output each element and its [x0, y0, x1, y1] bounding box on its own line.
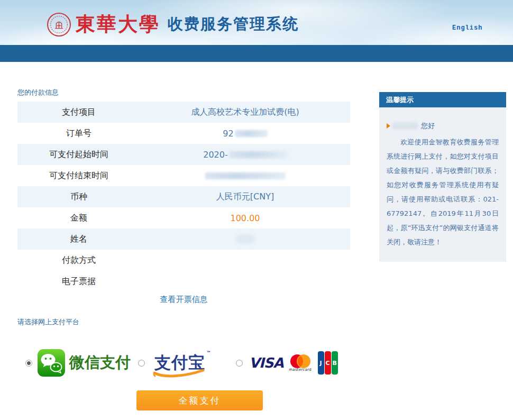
- alipay-swoosh-icon: [152, 368, 207, 378]
- row-label: 订单号: [17, 128, 140, 139]
- page: 東華大學 收费服务管理系统 English 您的付款信息 支付项目 成人高校艺术…: [0, 0, 513, 420]
- payment-info-table: 支付项目 成人高校艺术专业加试费(电) 订单号 92 可支付起始时间 2020-…: [17, 102, 350, 292]
- pay-item-value: 成人高校艺术专业加试费(电): [191, 107, 299, 118]
- mastercard-circles-icon: [289, 354, 312, 369]
- row-value: 人民币元[CNY]: [140, 191, 350, 203]
- system-title: 收费服务管理系统: [168, 14, 299, 35]
- redacted-value: [236, 235, 254, 243]
- view-invoice-link[interactable]: 查看开票信息: [160, 295, 208, 304]
- table-row-currency: 币种 人民币元[CNY]: [17, 186, 350, 207]
- platform-option-wechat[interactable]: 微信支付: [25, 349, 131, 377]
- table-row-name: 姓名: [17, 229, 350, 250]
- table-row-pay-item: 支付项目 成人高校艺术专业加试费(电): [17, 102, 350, 123]
- greeting-arrow-icon: [387, 123, 390, 129]
- language-toggle-english[interactable]: English: [452, 24, 482, 32]
- site-header: 東華大學 收费服务管理系统 English: [0, 0, 513, 45]
- logo-group: 東華大學 收费服务管理系统: [47, 11, 299, 38]
- tips-sidebar: 温馨提示 您好 欢迎使用金智教育收费服务管理系统进行网上支付，如您对支付项目或金…: [379, 92, 506, 262]
- row-label: 付款方式: [17, 255, 140, 266]
- payment-info-title: 您的付款信息: [17, 88, 59, 97]
- university-seal-icon: [47, 12, 71, 37]
- alipay-logo: 支付宝 ™: [154, 352, 205, 374]
- row-value: 100.00: [140, 213, 350, 223]
- tips-header: 温馨提示: [379, 92, 506, 107]
- greeting-line: 您好: [387, 121, 499, 131]
- card-pay-radio[interactable]: [236, 360, 243, 367]
- row-value: [140, 172, 350, 179]
- table-row-amount: 金额 100.00: [17, 207, 350, 229]
- currency-value: 人民币元[CNY]: [216, 191, 274, 203]
- visa-logo: VISA: [249, 355, 283, 371]
- table-row-end-time: 可支付结束时间: [17, 165, 350, 186]
- wechat-pay-label: 微信支付: [69, 352, 131, 373]
- platform-section-title: 请选择网上支付平台: [17, 317, 79, 327]
- table-row-order-number: 订单号 92: [17, 123, 350, 144]
- greeting-text: 您好: [421, 121, 435, 131]
- redacted-value: [205, 172, 286, 179]
- wechat-icon: [37, 349, 66, 377]
- table-row-start-time: 可支付起始时间 2020-: [17, 144, 350, 165]
- jcb-bar-green: B: [332, 351, 338, 375]
- platform-option-alipay[interactable]: 支付宝 ™: [138, 352, 205, 374]
- invoice-link-wrap: 查看开票信息: [17, 294, 350, 305]
- redacted-value: [235, 130, 268, 137]
- row-label: 电子票据: [17, 276, 140, 287]
- row-label: 姓名: [17, 234, 140, 245]
- row-value: 92: [140, 129, 350, 139]
- start-time-prefix: 2020-: [203, 150, 228, 160]
- row-label: 可支付起始时间: [17, 149, 140, 160]
- tips-paragraph: 欢迎使用金智教育收费服务管理系统进行网上支付，如您对支付项目或金额有疑问，请与收…: [387, 135, 499, 249]
- row-value: 成人高校艺术专业加试费(电): [140, 107, 350, 118]
- row-label: 金额: [17, 213, 140, 224]
- redacted-username: [392, 122, 418, 130]
- jcb-bar-blue: J: [318, 351, 324, 375]
- tips-body: 您好 欢迎使用金智教育收费服务管理系统进行网上支付，如您对支付项目或金额有疑问，…: [379, 107, 506, 262]
- platform-options: 微信支付 支付宝 ™ VISA master: [25, 346, 338, 380]
- amount-value: 100.00: [231, 213, 260, 223]
- full-payment-button[interactable]: 全额支付: [136, 390, 263, 410]
- main-navbar: [0, 45, 513, 62]
- table-row-pay-method: 付款方式: [17, 250, 350, 271]
- wechat-pay-radio[interactable]: [25, 360, 32, 367]
- row-label: 支付项目: [17, 107, 140, 118]
- alipay-trademark: ™: [206, 350, 211, 355]
- order-number-prefix: 92: [223, 129, 233, 139]
- row-value: 2020-: [140, 150, 350, 160]
- row-label: 可支付结束时间: [17, 170, 140, 181]
- university-name: 東華大學: [76, 11, 160, 38]
- jcb-logo: J C B: [318, 351, 338, 375]
- jcb-bar-red: C: [325, 351, 331, 375]
- mastercard-label: mastercard: [289, 368, 312, 372]
- mastercard-logo: mastercard: [289, 354, 312, 372]
- row-value: [140, 235, 350, 243]
- row-label: 币种: [17, 191, 140, 203]
- platform-option-cards[interactable]: VISA mastercard J C B: [236, 351, 338, 375]
- redacted-value: [229, 151, 287, 158]
- table-row-e-receipt: 电子票据: [17, 271, 350, 292]
- alipay-radio[interactable]: [138, 360, 145, 367]
